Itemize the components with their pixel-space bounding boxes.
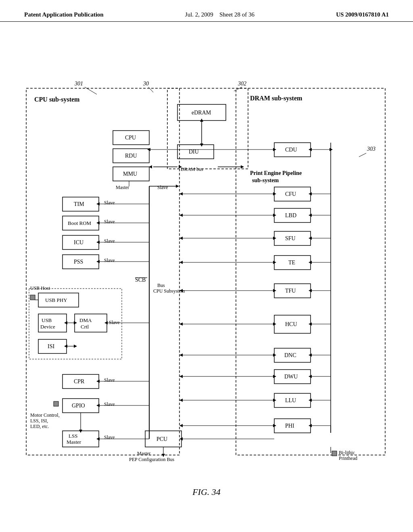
svg-marker-111 <box>309 214 312 217</box>
diagram-area: 301 30 302 303 CPU sub-system DRAM sub-s… <box>0 26 413 509</box>
svg-text:TFU: TFU <box>285 288 296 294</box>
svg-rect-48 <box>30 295 35 300</box>
svg-text:USB Host: USB Host <box>30 285 50 291</box>
svg-text:Slave: Slave <box>104 238 115 244</box>
svg-text:HCU: HCU <box>285 321 297 327</box>
svg-text:ISI: ISI <box>48 343 54 349</box>
svg-line-10 <box>359 153 366 157</box>
svg-text:Device: Device <box>40 324 55 330</box>
svg-rect-79 <box>332 451 337 456</box>
svg-text:30: 30 <box>143 81 149 87</box>
svg-text:MMU: MMU <box>123 171 137 177</box>
svg-marker-113 <box>309 237 312 240</box>
svg-marker-137 <box>96 260 100 263</box>
svg-text:DWU: DWU <box>284 374 298 380</box>
svg-text:Slave: Slave <box>104 200 115 206</box>
svg-text:LSS: LSS <box>69 433 77 439</box>
svg-text:Boot ROM: Boot ROM <box>68 220 92 226</box>
svg-line-8 <box>234 87 242 91</box>
svg-text:Master: Master <box>137 451 150 456</box>
svg-text:LED, etc.: LED, etc. <box>30 424 49 429</box>
svg-text:sub-system: sub-system <box>252 177 279 183</box>
svg-marker-157 <box>179 237 183 240</box>
svg-marker-189 <box>241 165 244 168</box>
svg-marker-30 <box>176 185 179 188</box>
svg-marker-197 <box>79 430 82 433</box>
svg-text:Motor Control,: Motor Control, <box>30 412 60 418</box>
svg-marker-145 <box>96 437 100 441</box>
svg-marker-154 <box>179 214 183 217</box>
svg-marker-160 <box>179 261 183 264</box>
svg-marker-107 <box>330 148 333 151</box>
svg-marker-123 <box>309 375 312 378</box>
svg-text:CPU: CPU <box>125 135 136 141</box>
svg-text:Master: Master <box>116 185 129 190</box>
svg-marker-148 <box>147 148 150 151</box>
svg-text:Slave: Slave <box>104 377 115 383</box>
svg-marker-150 <box>273 192 276 195</box>
main-diagram: 301 30 302 303 CPU sub-system DRAM sub-s… <box>0 26 413 509</box>
svg-text:Print Engine Pipeline: Print Engine Pipeline <box>250 170 302 176</box>
svg-text:TE: TE <box>288 260 295 266</box>
svg-text:LSS, ISI,: LSS, ISI, <box>30 418 48 424</box>
svg-text:Bi-lithic: Bi-lithic <box>339 450 355 455</box>
svg-marker-127 <box>309 424 312 427</box>
svg-line-6 <box>148 87 153 92</box>
svg-text:Slave: Slave <box>157 185 168 190</box>
svg-text:Slave: Slave <box>104 219 115 224</box>
svg-marker-147 <box>273 148 276 151</box>
svg-marker-143 <box>96 404 100 407</box>
svg-marker-133 <box>96 221 100 224</box>
header-center: Jul. 2, 2009 Sheet 28 of 36 <box>185 11 254 18</box>
sheet-info: Sheet 28 of 36 <box>219 11 254 18</box>
svg-text:LLU: LLU <box>285 397 296 403</box>
svg-text:CDU: CDU <box>285 147 297 153</box>
svg-text:DRAM sub-system: DRAM sub-system <box>250 95 302 102</box>
svg-text:DNC: DNC <box>284 352 296 358</box>
svg-marker-178 <box>179 424 183 427</box>
svg-marker-115 <box>309 261 312 264</box>
svg-text:RDU: RDU <box>125 153 137 159</box>
svg-text:PEP Configuration Bus: PEP Configuration Bus <box>129 457 175 462</box>
svg-text:CPR: CPR <box>74 378 85 384</box>
svg-marker-175 <box>179 399 183 402</box>
svg-marker-156 <box>273 237 276 240</box>
svg-text:CFU: CFU <box>285 191 296 197</box>
svg-text:eDRAM: eDRAM <box>192 110 211 116</box>
svg-marker-153 <box>273 214 276 217</box>
page-header: Patent Application Publication Jul. 2, 2… <box>0 0 413 22</box>
svg-marker-109 <box>309 192 312 195</box>
svg-text:301: 301 <box>74 81 83 87</box>
svg-marker-162 <box>273 289 276 292</box>
svg-text:Slave: Slave <box>104 258 115 263</box>
svg-text:PHI: PHI <box>285 423 294 429</box>
svg-text:USB: USB <box>42 317 52 323</box>
svg-text:Crtl: Crtl <box>81 324 89 330</box>
svg-rect-67 <box>54 401 58 406</box>
svg-marker-171 <box>273 375 276 378</box>
svg-text:DRAM bus: DRAM bus <box>181 166 203 172</box>
svg-marker-165 <box>273 322 276 326</box>
svg-text:TIM: TIM <box>74 201 84 207</box>
svg-text:Slave: Slave <box>104 434 115 440</box>
svg-text:Printhead: Printhead <box>339 455 357 461</box>
svg-marker-151 <box>179 192 183 195</box>
svg-marker-169 <box>179 353 183 357</box>
svg-text:USB PHY: USB PHY <box>45 297 67 303</box>
patent-number: US 2009/0167810 A1 <box>336 11 389 18</box>
svg-marker-119 <box>309 322 312 326</box>
svg-marker-141 <box>96 380 100 383</box>
svg-text:DMA: DMA <box>79 317 92 323</box>
svg-text:302: 302 <box>238 81 246 87</box>
date: Jul. 2, 2009 <box>185 11 213 18</box>
svg-marker-121 <box>309 353 312 357</box>
svg-marker-139 <box>104 321 108 324</box>
svg-marker-117 <box>309 289 312 292</box>
publication-title: Patent Application Publication <box>24 11 104 18</box>
svg-text:PSS: PSS <box>74 259 83 265</box>
svg-marker-166 <box>179 322 183 326</box>
svg-text:Master: Master <box>67 439 81 445</box>
svg-marker-183 <box>200 143 203 147</box>
svg-text:LBD: LBD <box>285 212 296 218</box>
svg-marker-174 <box>273 399 276 402</box>
